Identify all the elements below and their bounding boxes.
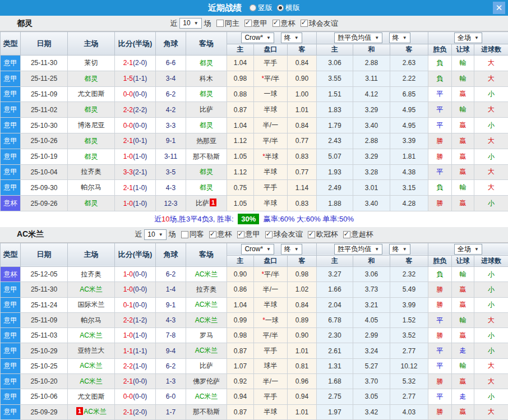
- fulltime-score: 1-1: [123, 347, 133, 355]
- final-avg-select[interactable]: 终▼: [389, 33, 410, 43]
- corner-cell: 12-3: [156, 196, 186, 211]
- away-odds: 0.89: [295, 316, 308, 324]
- match-type: 意甲: [4, 285, 17, 293]
- match-type: 意甲: [4, 408, 17, 416]
- table-row: 意甲25-11-02都灵2-2(2-2)4-2比萨0.87半球1.011.833…: [1, 102, 508, 118]
- close-button[interactable]: ✕: [493, 2, 505, 14]
- radio-horizontal-layout[interactable]: [277, 4, 284, 11]
- handicap-cell: *半球: [254, 149, 288, 164]
- league-filter-checkbox[interactable]: [216, 20, 224, 27]
- avg-draw-cell: 3.11: [353, 71, 390, 86]
- match-count-select[interactable]: 10▼: [179, 18, 201, 29]
- handicap-line: 平手: [264, 183, 278, 191]
- date-cell: 25-10-06: [21, 389, 68, 404]
- full-match-header: 全场▼: [428, 243, 508, 255]
- league-filter-checkbox[interactable]: [308, 231, 315, 238]
- away-odds: 0.90: [295, 75, 308, 82]
- results-table-torino: 类型 日期 主场 比分(半场) 角球 客场 Crow*▼ 终▼ 胜平负均值▼ 终…: [0, 31, 508, 211]
- win-draw-loss: 平: [437, 121, 444, 129]
- home-team-name: 都灵: [85, 137, 98, 145]
- table-row: 意杯25-12-05拉齐奥1-0(0-0)6-2AC米兰0.90*平/半0.98…: [1, 266, 508, 281]
- avg-draw-odds: 5.27: [365, 362, 378, 370]
- col-away: 客场: [186, 243, 227, 266]
- corner-count: 6-6: [166, 59, 176, 67]
- fulltime-score: 1-5: [123, 75, 133, 82]
- match-date: 25-11-09: [31, 90, 57, 98]
- table-row: 意甲25-09-30帕尔马2-1(1-0)4-3都灵0.75平手1.142.49…: [1, 180, 508, 196]
- avg-away-cell: 10.12: [390, 358, 428, 373]
- avg-home-odds: 1.83: [328, 106, 341, 114]
- provider-select[interactable]: Crow*▼: [241, 33, 274, 43]
- final-odds-select[interactable]: 终▼: [281, 244, 302, 255]
- provider-select[interactable]: Crow*▼: [241, 244, 274, 255]
- away-team-name: AC米兰: [195, 316, 218, 324]
- away-team-cell: 都灵: [186, 164, 227, 180]
- avg-home-odds: 2.75: [328, 393, 341, 400]
- avg-away-odds: 2.77: [403, 347, 415, 355]
- home-odds: 0.87: [234, 106, 247, 114]
- home-team-name: 都灵: [85, 75, 98, 82]
- dialog-title: 近期战绩: [208, 3, 242, 13]
- league-filter-checkbox[interactable]: [273, 20, 280, 27]
- corner-cell: 9-4: [156, 343, 186, 358]
- type-cell: 意甲: [1, 164, 21, 180]
- results-table-acmilan: 类型 日期 主场 比分(半场) 角球 客场 Crow*▼ 终▼ 胜平负均值▼ 终…: [0, 243, 508, 420]
- full-match-select[interactable]: 全场▼: [454, 33, 482, 43]
- avg-select[interactable]: 胜平负均值▼: [334, 244, 382, 255]
- avg-draw-cell: 4.05: [353, 312, 390, 327]
- avg-draw-odds: 3.21: [365, 301, 378, 309]
- sub-away-odds: 客: [288, 44, 317, 56]
- league-filter-checkbox[interactable]: [244, 20, 252, 27]
- date-cell: 25-09-30: [21, 180, 68, 196]
- result-cell: 平: [428, 312, 452, 327]
- home-team-cell: 都灵: [68, 149, 115, 164]
- home-odds: 0.88: [234, 90, 247, 98]
- col-corner: 角球: [156, 32, 186, 56]
- avg-select[interactable]: 胜平负均值▼: [334, 33, 382, 43]
- match-count-value: 10: [147, 230, 155, 239]
- away-odds: 0.90: [295, 331, 308, 339]
- avg-away-cell: 4.28: [390, 196, 428, 211]
- fulltime-score: 2-2: [123, 362, 133, 370]
- score-cell: 2-1(0-0): [115, 374, 156, 389]
- away-odds: 1.14: [295, 184, 308, 192]
- match-count-select[interactable]: 10▼: [144, 229, 166, 240]
- away-team-cell: AC米兰: [186, 266, 227, 281]
- home-odds-cell: 0.92: [227, 374, 254, 389]
- corner-cell: 6-6: [156, 56, 186, 71]
- record-summary: 近10场,胜3平4负3, 胜率: 30% 赢率:60% 大:60% 单率:50%: [0, 211, 508, 227]
- avg-draw-cell: 3.40: [353, 118, 390, 133]
- halftime-score: (0-0): [133, 301, 147, 309]
- avg-away-cell: 2.22: [390, 71, 428, 86]
- league-filter-checkbox[interactable]: [237, 231, 244, 238]
- match-date: 25-10-30: [30, 122, 57, 130]
- home-team-cell: 博洛尼亚: [68, 118, 115, 133]
- league-filter-checkbox[interactable]: [209, 231, 216, 238]
- handicap-cell: 半球: [254, 196, 288, 211]
- match-date: 25-10-06: [30, 393, 57, 400]
- corner-count: 3-4: [166, 75, 176, 82]
- league-filter-checkbox[interactable]: [301, 20, 308, 27]
- caret-down-icon: ▼: [403, 34, 407, 42]
- final-odds-select[interactable]: 终▼: [281, 33, 302, 43]
- handicap-result-cell: 贏: [452, 328, 474, 343]
- date-cell: 25-11-03: [21, 328, 68, 343]
- final-avg-select[interactable]: 终▼: [389, 244, 410, 255]
- handicap-line: 球半: [264, 362, 278, 370]
- team-name: AC米兰: [17, 229, 44, 239]
- league-filter-checkbox[interactable]: [343, 231, 350, 238]
- league-filter-checkbox[interactable]: [265, 231, 273, 238]
- corner-count: 6-2: [166, 90, 176, 98]
- sub-handicap: 盘口: [254, 44, 288, 56]
- games-label: 场: [204, 19, 211, 29]
- full-match-select[interactable]: 全场▼: [454, 244, 482, 255]
- result-cell: 勝: [428, 297, 452, 312]
- league-filter-checkbox[interactable]: [181, 231, 188, 238]
- handicap-result: 走: [460, 347, 467, 354]
- avg-home-odds: 5.07: [328, 153, 341, 160]
- over-under-result: 大: [488, 183, 495, 191]
- sub-handicap: 盘口: [254, 255, 288, 266]
- col-result: 胜负: [428, 255, 452, 266]
- radio-vertical-layout[interactable]: [250, 4, 256, 11]
- match-type: 意杯: [4, 199, 17, 207]
